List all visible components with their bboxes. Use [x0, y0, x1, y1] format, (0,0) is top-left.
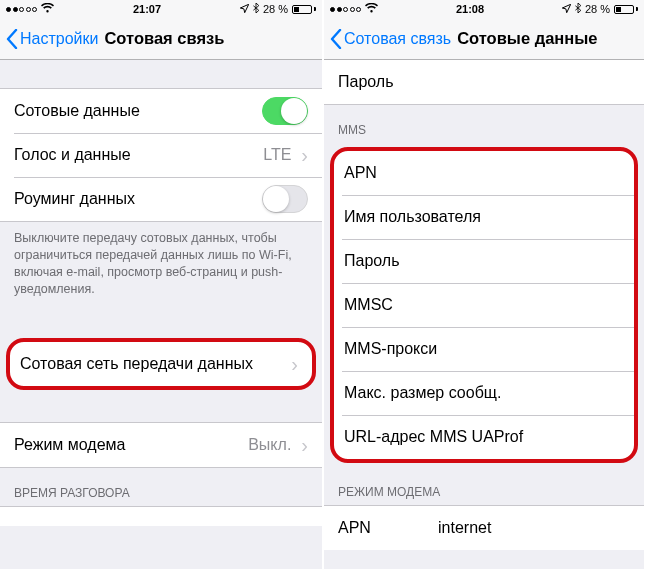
- nav-title: Сотовые данные: [457, 29, 597, 48]
- wifi-icon: [41, 3, 54, 15]
- status-bar: 21:07 28 %: [0, 0, 322, 18]
- section-call-time: ВРЕМЯ РАЗГОВОРА: [0, 468, 322, 506]
- chevron-right-icon: ›: [291, 354, 298, 374]
- chevron-left-icon: [6, 29, 18, 49]
- row-mms-uaprof[interactable]: URL-адрес MMS UAProf: [334, 415, 634, 459]
- group-hotspot: Режим модема Выкл. ›: [0, 422, 322, 468]
- label: URL-адрес MMS UAProf: [344, 428, 523, 446]
- row-voice-data[interactable]: Голос и данные LTE ›: [0, 133, 322, 177]
- row-hotspot-apn[interactable]: APN internet: [324, 506, 644, 550]
- highlight-network: Сотовая сеть передачи данных ›: [6, 338, 316, 390]
- row-mms-user[interactable]: Имя пользователя: [334, 195, 634, 239]
- label: Пароль: [338, 73, 394, 91]
- location-icon: [240, 3, 249, 15]
- highlight-mms: APN Имя пользователя Пароль MMSC MMS-про…: [330, 147, 638, 463]
- row-cellular-network[interactable]: Сотовая сеть передачи данных ›: [10, 342, 312, 386]
- value: LTE: [263, 146, 291, 164]
- wifi-icon: [365, 3, 378, 15]
- battery-percent: 28 %: [585, 3, 610, 15]
- switch-roaming[interactable]: [262, 185, 308, 213]
- group-hotspot-apn: APN internet: [324, 505, 644, 550]
- bluetooth-icon: [575, 3, 581, 15]
- chevron-left-icon: [330, 29, 342, 49]
- label: Имя пользователя: [344, 208, 481, 226]
- status-bar: 21:08 28 %: [324, 0, 644, 18]
- nav-title: Сотовая связь: [104, 29, 224, 48]
- row-hotspot[interactable]: Режим модема Выкл. ›: [0, 423, 322, 467]
- footnote-cellular: Выключите передачу сотовых данных, чтобы…: [0, 222, 322, 306]
- battery-percent: 28 %: [263, 3, 288, 15]
- row-mms-proxy[interactable]: MMS-прокси: [334, 327, 634, 371]
- label: APN: [344, 164, 377, 182]
- row-password-top[interactable]: Пароль: [324, 60, 644, 104]
- screen-cellular-data: 21:08 28 % Сотовая связь Сотовые данные …: [322, 0, 644, 569]
- signal-dots-icon: [6, 7, 37, 12]
- label: Сотовые данные: [14, 102, 140, 120]
- label: Сотовая сеть передачи данных: [20, 355, 253, 373]
- chevron-right-icon: ›: [301, 145, 308, 165]
- section-hotspot: РЕЖИМ МОДЕМА: [324, 467, 644, 505]
- group-data-options: Сотовые данные Голос и данные LTE › Роум…: [0, 88, 322, 222]
- label: Голос и данные: [14, 146, 131, 164]
- row-mms-pass[interactable]: Пароль: [334, 239, 634, 283]
- status-time: 21:07: [133, 3, 161, 15]
- label: Режим модема: [14, 436, 125, 454]
- label: APN: [338, 519, 418, 537]
- back-button[interactable]: Настройки: [6, 29, 98, 49]
- bluetooth-icon: [253, 3, 259, 15]
- label: MMSC: [344, 296, 393, 314]
- row-cellular-data[interactable]: Сотовые данные: [0, 89, 322, 133]
- label: Пароль: [344, 252, 400, 270]
- group-call-time: [0, 506, 322, 526]
- row-mms-apn[interactable]: APN: [334, 151, 634, 195]
- back-label: Настройки: [20, 30, 98, 48]
- battery-icon: [614, 5, 638, 14]
- label: MMS-прокси: [344, 340, 437, 358]
- switch-cellular-data[interactable]: [262, 97, 308, 125]
- row-mms-mmsc[interactable]: MMSC: [334, 283, 634, 327]
- battery-icon: [292, 5, 316, 14]
- status-time: 21:08: [456, 3, 484, 15]
- back-label: Сотовая связь: [344, 30, 451, 48]
- value: Выкл.: [248, 436, 291, 454]
- signal-dots-icon: [330, 7, 361, 12]
- label: Роуминг данных: [14, 190, 135, 208]
- label: Макс. размер сообщ.: [344, 384, 501, 402]
- location-icon: [562, 3, 571, 15]
- nav-bar: Настройки Сотовая связь: [0, 18, 322, 60]
- row-mms-size[interactable]: Макс. размер сообщ.: [334, 371, 634, 415]
- screen-cellular: 21:07 28 % Настройки Сотовая связь Сотов…: [0, 0, 322, 569]
- section-mms: MMS: [324, 105, 644, 143]
- nav-bar: Сотовая связь Сотовые данные: [324, 18, 644, 60]
- back-button[interactable]: Сотовая связь: [330, 29, 451, 49]
- group-top: Пароль: [324, 60, 644, 105]
- value: internet: [438, 519, 630, 537]
- row-roaming[interactable]: Роуминг данных: [0, 177, 322, 221]
- chevron-right-icon: ›: [301, 435, 308, 455]
